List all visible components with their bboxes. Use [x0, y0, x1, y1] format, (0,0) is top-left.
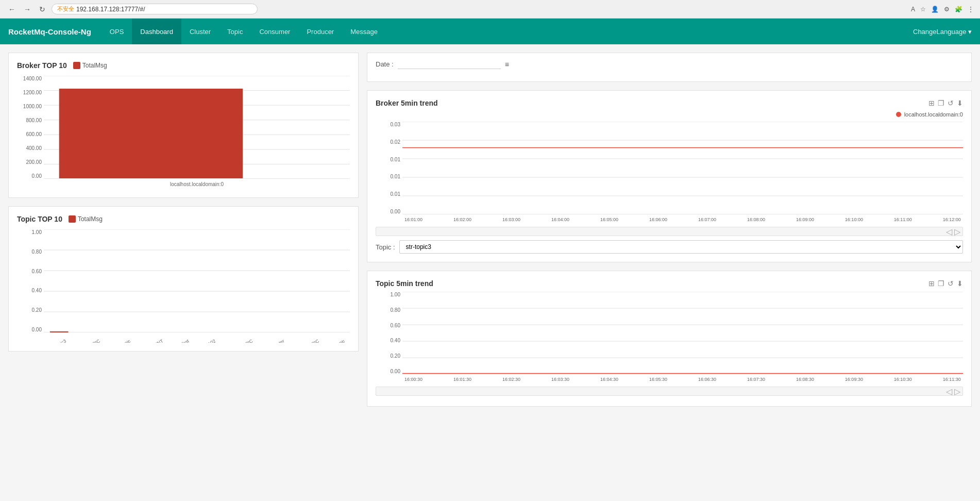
browser-bar: ← → ↻ 不安全 192.168.17.128:17777/#/ A ☆ 👤 … [0, 0, 980, 19]
topic-chart-inner [44, 229, 350, 332]
date-label: Date : [376, 60, 394, 68]
right-panel: Date : ≡ Broker 5min trend ⊞ ❐ ↺ ⬇ local… [367, 53, 972, 407]
broker-trend-title: Broker 5min trend [376, 99, 438, 107]
topic-select[interactable]: str-topic3 [399, 240, 963, 254]
topic-legend-color [69, 215, 76, 223]
topic-trend-chart: 1.00 0.80 0.60 0.40 0.20 0.00 [376, 292, 963, 385]
broker-bar [59, 89, 243, 178]
broker-chart-inner [44, 76, 350, 179]
main-content: Broker TOP 10 TotalMsg 1400.00 1200.00 1… [0, 44, 980, 415]
broker-legend: TotalMsg [73, 62, 107, 69]
account-icon[interactable]: 👤 [931, 6, 939, 13]
topic-selector-row: Topic : str-topic3 [376, 240, 963, 254]
broker-legend-label: TotalMsg [82, 62, 107, 69]
date-input[interactable] [398, 59, 501, 69]
broker-title-row: Broker TOP 10 TotalMsg [17, 61, 350, 70]
broker-trend-x-axis: 16:01:00 16:02:00 16:03:00 16:04:00 16:0… [402, 214, 963, 225]
broker-scroll-left[interactable]: ◁ [946, 227, 952, 237]
topic-legend-label: TotalMsg [78, 215, 103, 223]
topic-chart-area: 1.00 0.80 0.60 0.40 0.20 0.00 [17, 229, 350, 343]
broker-bar-svg [44, 76, 350, 179]
broker-scrollbar[interactable]: ◁ ▷ [376, 227, 963, 236]
topic-trend-title: Topic 5min trend [376, 279, 433, 288]
topic-chart-title: Topic TOP 10 [17, 215, 62, 223]
navbar: RocketMq-Console-Ng OPS Dashboard Cluste… [0, 19, 980, 44]
broker-trend-title-row: Broker 5min trend ⊞ ❐ ↺ ⬇ [376, 99, 963, 107]
topic-top10-card: Topic TOP 10 TotalMsg 1.00 0.80 0.60 0.4… [8, 206, 359, 352]
broker-chart-title: Broker TOP 10 [17, 61, 67, 70]
reload-button[interactable]: ↻ [37, 4, 47, 14]
topic-trend-y-axis: 1.00 0.80 0.60 0.40 0.20 0.00 [376, 292, 402, 374]
broker-chart-area: 1400.00 1200.00 1000.00 800.00 600.00 40… [17, 76, 350, 189]
broker-refresh-icon[interactable]: ↺ [948, 99, 954, 107]
broker-trend-svg [402, 122, 963, 214]
broker-trend-legend-dot [896, 112, 901, 117]
broker-legend-color [73, 62, 80, 69]
back-button[interactable]: ← [6, 4, 18, 14]
nav-message[interactable]: Message [342, 19, 386, 44]
topic-title-row: Topic TOP 10 TotalMsg [17, 215, 350, 223]
broker-expand-icon[interactable]: ⊞ [928, 99, 935, 107]
broker-copy-icon[interactable]: ❐ [938, 99, 944, 107]
left-panel: Broker TOP 10 TotalMsg 1400.00 1200.00 1… [8, 53, 359, 407]
settings-icon[interactable]: ⚙ [944, 6, 950, 13]
topic-legend: TotalMsg [69, 215, 103, 223]
menu-icon[interactable]: ⋮ [968, 6, 974, 13]
topic-scroll-right[interactable]: ▷ [954, 387, 960, 396]
address-text: 192.168.17.128:17777/#/ [76, 6, 145, 13]
extension-icon[interactable]: 🧩 [955, 6, 962, 13]
broker-x-axis: localhost.localdomain:0 [44, 179, 350, 189]
broker-trend-icons: ⊞ ❐ ↺ ⬇ [928, 99, 963, 107]
topic-bar-svg [44, 229, 350, 332]
broker-trend-chart: 0.03 0.02 0.01 0.01 0.01 0.00 [376, 122, 963, 225]
broker-trend-card: Broker 5min trend ⊞ ❐ ↺ ⬇ localhost.loca… [367, 90, 972, 262]
topic-trend-x-axis: 16:00:30 16:01:30 16:02:30 16:03:30 16:0… [402, 374, 963, 385]
nav-topic[interactable]: Topic [219, 19, 251, 44]
nav-consumer[interactable]: Consumer [251, 19, 298, 44]
topic-trend-svg [402, 292, 963, 374]
forward-button[interactable]: → [22, 4, 33, 14]
brand-logo: RocketMq-Console-Ng [8, 27, 91, 36]
topic-trend-inner [402, 292, 963, 374]
date-row: Date : ≡ [376, 59, 963, 69]
broker-scroll-right[interactable]: ▷ [954, 227, 960, 237]
security-warning: 不安全 [57, 5, 74, 13]
broker-top10-card: Broker TOP 10 TotalMsg 1400.00 1200.00 1… [8, 53, 359, 198]
broker-x-label: localhost.localdomain:0 [170, 181, 224, 187]
broker-trend-inner [402, 122, 963, 214]
topic-trend-card: Topic 5min trend ⊞ ❐ ↺ ⬇ 1.00 0.80 0.60 … [367, 271, 972, 407]
topic-copy-icon[interactable]: ❐ [938, 279, 944, 288]
topic-x-axis: str-topic3 ALF_TOPIC order-topic ED_EVEN… [44, 332, 350, 343]
address-bar[interactable]: 不安全 192.168.17.128:17777/#/ [52, 4, 258, 14]
broker-trend-y-axis: 0.03 0.02 0.01 0.01 0.01 0.00 [376, 122, 402, 214]
broker-trend-legend-row: localhost.localdomain:0 [376, 111, 963, 118]
topic-expand-icon[interactable]: ⊞ [928, 279, 935, 288]
calendar-icon[interactable]: ≡ [505, 60, 509, 69]
translate-icon[interactable]: A [911, 6, 915, 13]
date-filter-card: Date : ≡ [367, 53, 972, 82]
topic-y-axis: 1.00 0.80 0.60 0.40 0.20 0.00 [17, 229, 44, 332]
topic-selector-label: Topic : [376, 243, 395, 251]
broker-trend-legend-label: localhost.localdomain:0 [904, 111, 963, 118]
topic-scrollbar[interactable]: ◁ ▷ [376, 387, 963, 396]
nav-cluster[interactable]: Cluster [181, 19, 219, 44]
broker-y-axis: 1400.00 1200.00 1000.00 800.00 600.00 40… [17, 76, 44, 179]
topic-refresh-icon[interactable]: ↺ [948, 279, 954, 288]
nav-ops[interactable]: OPS [102, 19, 132, 44]
change-language[interactable]: ChangeLanguage ▾ [913, 28, 972, 36]
star-icon[interactable]: ☆ [920, 6, 926, 13]
browser-icons: A ☆ 👤 ⚙ 🧩 ⋮ [911, 6, 974, 13]
nav-dashboard[interactable]: Dashboard [132, 19, 181, 44]
topic-trend-icons: ⊞ ❐ ↺ ⬇ [928, 279, 963, 288]
topic-download-icon[interactable]: ⬇ [957, 279, 963, 288]
nav-producer[interactable]: Producer [298, 19, 342, 44]
broker-download-icon[interactable]: ⬇ [957, 99, 963, 107]
topic-scroll-left[interactable]: ◁ [946, 387, 952, 396]
topic-trend-title-row: Topic 5min trend ⊞ ❐ ↺ ⬇ [376, 279, 963, 288]
